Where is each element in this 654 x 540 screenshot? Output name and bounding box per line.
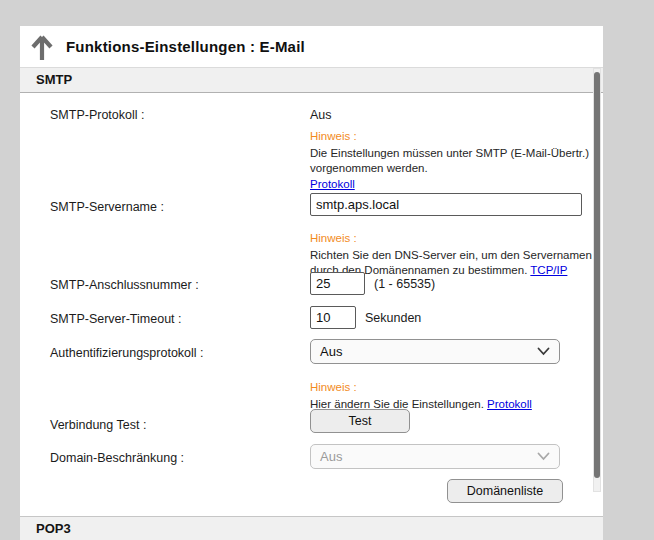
section-title-smtp: SMTP	[36, 72, 72, 87]
smtp-protocol-hint: Hinweis : Die Einstellungen müssen unter…	[310, 129, 589, 192]
hint-text: Hier ändern Sie die Einstellungen.	[310, 398, 484, 410]
domain-restriction-label: Domain-Beschränkung :	[50, 451, 184, 465]
content-panel: Funktions-Einstellungen : E-Mail SMTP SM…	[20, 26, 603, 540]
smtp-protocol-label: SMTP-Protokoll :	[50, 108, 144, 122]
auth-protocol-hint: Hinweis : Hier ändern Sie die Einstellun…	[310, 380, 532, 412]
hint-title: Hinweis :	[310, 380, 532, 396]
page-header: Funktions-Einstellungen : E-Mail	[20, 26, 603, 67]
smtp-timeout-label: SMTP-Server-Timeout :	[50, 312, 182, 326]
page: Funktions-Einstellungen : E-Mail SMTP SM…	[0, 0, 654, 540]
smtp-protocol-value: Aus	[310, 108, 332, 122]
hint-title: Hinweis :	[310, 231, 592, 247]
smtp-timeout-control: Sekunden	[310, 306, 421, 329]
connection-test-label: Verbindung Test :	[50, 418, 146, 432]
hint-text: Die Einstellungen müssen unter SMTP (E-M…	[310, 146, 589, 162]
chevron-down-icon	[537, 347, 550, 356]
smtp-port-range: (1 - 65535)	[374, 277, 435, 291]
hint-text: Richten Sie den DNS-Server ein, um den S…	[310, 248, 592, 264]
scrollbar-thumb[interactable]	[594, 72, 600, 478]
smtp-timeout-input[interactable]	[310, 306, 356, 329]
protokoll-link[interactable]: Protokoll	[310, 178, 355, 190]
back-up-arrow-icon[interactable]	[30, 33, 54, 61]
smtp-port-input[interactable]	[310, 272, 365, 295]
auth-protocol-label: Authentifizierungsprotokoll :	[50, 346, 204, 360]
test-button[interactable]: Test	[310, 409, 410, 433]
smtp-port-label: SMTP-Anschlussnummer :	[50, 278, 199, 292]
section-title-pop3: POP3	[36, 521, 71, 536]
domain-restriction-select: Aus	[310, 444, 560, 469]
hint-text: vorgenommen werden.	[310, 161, 589, 177]
hint-title: Hinweis :	[310, 129, 589, 145]
tcpip-link[interactable]: TCP/IP	[530, 264, 567, 276]
auth-protocol-selected-value: Aus	[320, 344, 342, 359]
chevron-down-icon	[537, 452, 550, 461]
smtp-server-label: SMTP-Servername :	[50, 200, 164, 214]
smtp-port-control: (1 - 65535)	[310, 272, 435, 295]
auth-protocol-select[interactable]: Aus	[310, 339, 560, 364]
protokoll-link[interactable]: Protokoll	[487, 398, 532, 410]
section-header-pop3: POP3	[20, 516, 603, 540]
section-header-smtp: SMTP	[20, 67, 603, 93]
domain-list-button[interactable]: Domänenliste	[447, 479, 563, 503]
smtp-timeout-unit: Sekunden	[365, 311, 421, 325]
domain-restriction-selected-value: Aus	[320, 449, 342, 464]
smtp-server-input[interactable]	[310, 193, 582, 216]
page-title: Funktions-Einstellungen : E-Mail	[66, 38, 305, 55]
